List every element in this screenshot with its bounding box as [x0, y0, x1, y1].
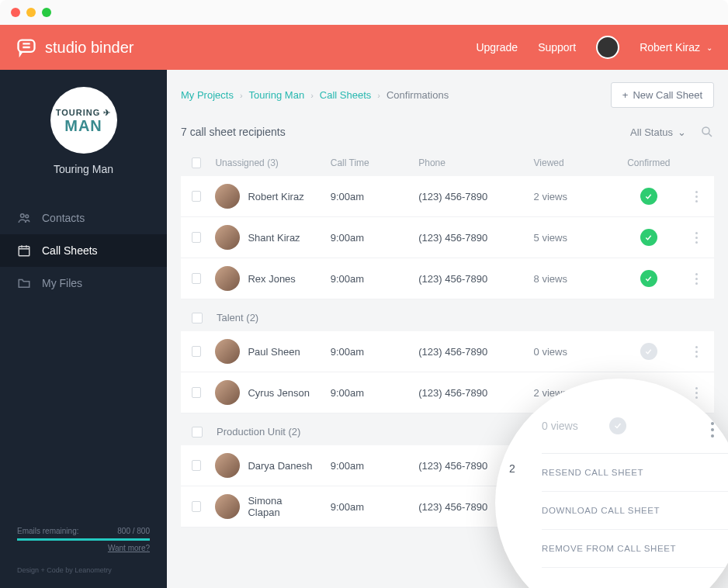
- plus-icon: +: [622, 89, 629, 101]
- emails-progress: [17, 538, 150, 541]
- topbar: studio binder Upgrade Support Robert Kir…: [0, 25, 728, 70]
- row-menu-button[interactable]: [690, 387, 703, 399]
- svg-point-4: [702, 127, 709, 134]
- group-checkbox[interactable]: [192, 427, 203, 438]
- col-phone: Phone: [418, 157, 519, 168]
- sidebar-item-contacts[interactable]: Contacts: [0, 202, 167, 234]
- row-checkbox[interactable]: [192, 460, 201, 471]
- page-subtitle: 7 call sheet recipients: [181, 126, 286, 138]
- confirmed-badge: [640, 270, 657, 287]
- phone-cell: (123) 456-7890: [418, 191, 519, 202]
- viewed-cell: 0 views: [542, 420, 578, 432]
- group-checkbox[interactable]: [192, 313, 203, 323]
- svg-point-2: [26, 215, 29, 218]
- status-filter[interactable]: All Status ⌄: [630, 126, 686, 138]
- crumb-project[interactable]: Touring Man: [249, 89, 305, 101]
- chat-icon: [16, 36, 37, 58]
- sidebar-item-myfiles[interactable]: My Files: [0, 267, 167, 299]
- crumb-callsheets[interactable]: Call Sheets: [320, 89, 371, 101]
- chevron-down-icon: ⌄: [706, 43, 712, 52]
- col-viewed: Viewed: [534, 157, 608, 168]
- want-more-link[interactable]: Want more?: [17, 544, 150, 552]
- upgrade-link[interactable]: Upgrade: [476, 41, 518, 54]
- col-calltime: Call Time: [331, 157, 405, 168]
- calltime-cell: 9:00am: [331, 232, 405, 244]
- crumb-projects[interactable]: My Projects: [181, 89, 234, 101]
- table-row[interactable]: Paul Sheen 9:00am (123) 456-7890 0 views: [181, 331, 714, 372]
- avatar[interactable]: [596, 36, 619, 59]
- brand[interactable]: studio binder: [16, 36, 134, 58]
- col-confirmed: Confirmed: [622, 157, 676, 168]
- row-checkbox[interactable]: [192, 346, 201, 357]
- viewed-cell: 5 views: [534, 232, 608, 244]
- avatar: [215, 380, 240, 405]
- row-checkbox[interactable]: [192, 387, 201, 398]
- menu-download[interactable]: DOWNLOAD CALL SHEET: [542, 492, 728, 530]
- sidebar-item-callsheets[interactable]: Call Sheets: [0, 234, 167, 267]
- minimize-dot[interactable]: [26, 8, 36, 17]
- avatar: [215, 494, 240, 519]
- menu-remove[interactable]: REMOVE FROM CALL SHEET: [542, 530, 728, 568]
- status-filter-label: All Status: [630, 126, 673, 138]
- crumb-current: Confirmations: [387, 89, 449, 101]
- column-headers: Unassigned (3) Call Time Phone Viewed Co…: [181, 150, 714, 176]
- svg-rect-0: [19, 40, 35, 52]
- username: Robert Kiraz: [640, 41, 700, 54]
- table-row[interactable]: Shant Kiraz 9:00am (123) 456-7890 5 view…: [181, 217, 714, 258]
- phone-cell: (123) 456-7890: [418, 273, 519, 285]
- calltime-cell: 9:00am: [331, 191, 405, 202]
- window-chrome: [0, 0, 728, 25]
- sidebar: TOURING ✈ MAN Touring Man Contacts Call …: [0, 70, 167, 588]
- name-cell: Rex Jones: [248, 273, 295, 285]
- row-checkbox[interactable]: [192, 501, 201, 512]
- new-callsheet-label: New Call Sheet: [633, 89, 702, 101]
- row-context-menu: RESEND CALL SHEET DOWNLOAD CALL SHEET RE…: [542, 453, 728, 568]
- chevron-right-icon: ›: [310, 91, 314, 100]
- row-checkbox[interactable]: [192, 273, 201, 284]
- emails-count: 800 / 800: [117, 527, 150, 535]
- confirmed-badge: [609, 417, 626, 434]
- chevron-right-icon: ›: [377, 91, 380, 100]
- name-cell: Cyrus Jenson: [248, 387, 309, 399]
- group-title: Production Unit (2): [217, 426, 300, 438]
- search-icon[interactable]: [700, 125, 714, 139]
- maximize-dot[interactable]: [42, 8, 51, 17]
- support-link[interactable]: Support: [538, 41, 576, 54]
- avatar: [215, 266, 240, 291]
- project-name: Touring Man: [54, 163, 113, 175]
- col-name: Unassigned (3): [215, 157, 316, 168]
- brand-text: studio binder: [45, 39, 134, 57]
- row-menu-button[interactable]: [711, 422, 714, 438]
- row-menu-button[interactable]: [690, 346, 703, 358]
- avatar: [215, 225, 240, 250]
- row-checkbox[interactable]: [192, 191, 201, 202]
- sidebar-item-label: Call Sheets: [42, 244, 98, 257]
- row-menu-button[interactable]: [690, 232, 703, 244]
- select-all-checkbox[interactable]: [192, 157, 201, 168]
- credits: Design + Code by Leanometry: [17, 566, 150, 574]
- phone-cell: (123) 456-7890: [418, 232, 519, 244]
- sidebar-item-label: My Files: [42, 277, 82, 289]
- project-block[interactable]: TOURING ✈ MAN Touring Man: [0, 70, 167, 194]
- close-dot[interactable]: [11, 8, 20, 17]
- viewed-cell: 8 views: [534, 273, 608, 285]
- phone-cell: (123) 456-7890: [418, 387, 519, 399]
- row-menu-button[interactable]: [690, 191, 703, 202]
- project-logo: TOURING ✈ MAN: [50, 87, 117, 154]
- avatar: [215, 453, 240, 478]
- calltime-cell: 9:00am: [331, 346, 405, 358]
- calltime-cell: 9:00am: [331, 387, 405, 399]
- user-menu-toggle[interactable]: Robert Kiraz ⌄: [640, 41, 712, 54]
- chevron-down-icon: ⌄: [678, 126, 686, 138]
- row-menu-button[interactable]: [690, 273, 703, 285]
- table-row[interactable]: Rex Jones 9:00am (123) 456-7890 8 views: [181, 258, 714, 299]
- new-callsheet-button[interactable]: + New Call Sheet: [611, 82, 714, 108]
- table-row[interactable]: Robert Kiraz 9:00am (123) 456-7890 2 vie…: [181, 176, 714, 217]
- row-checkbox[interactable]: [192, 232, 201, 243]
- menu-resend[interactable]: RESEND CALL SHEET: [542, 454, 728, 492]
- calendar-icon: [17, 244, 31, 258]
- contacts-icon: [17, 211, 31, 225]
- group-header: Talent (2): [181, 299, 714, 331]
- name-cell: Darya Danesh: [248, 460, 312, 472]
- sidebar-item-label: Contacts: [42, 212, 85, 224]
